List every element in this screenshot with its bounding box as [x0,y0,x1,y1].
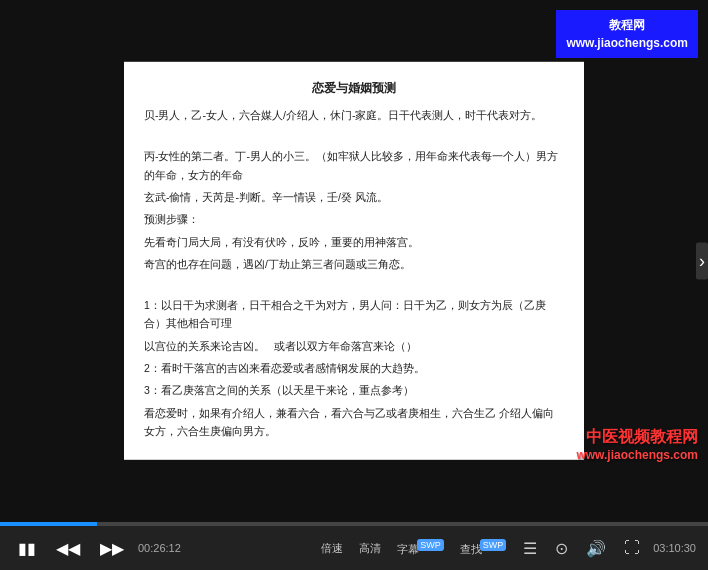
doc-para-11: 看恋爱时，如果有介绍人，兼看六合，看六合与乙或者庚相生，六合生乙 介绍人偏向女方… [144,403,564,440]
document-display: 恋爱与婚姻预测 贝-男人，乙-女人，六合媒人/介绍人，休门-家庭。日干代表测人，… [124,62,584,460]
settings-icon[interactable]: ⊙ [550,537,573,560]
watermark-bottom-line1: 中医视频教程网 [576,427,698,448]
doc-para-4: 预测步骤： [144,210,564,228]
doc-para-10: 3：看乙庚落宫之间的关系（以天星干来论，重点参考） [144,381,564,399]
total-time-display: 03:10:30 [653,542,696,554]
play-pause-button[interactable]: ▮▮ [12,535,42,562]
progress-bar[interactable] [0,522,708,526]
playlist-icon[interactable]: ☰ [518,537,542,560]
watermark-top-line2: www.jiaochengs.com [566,34,688,52]
doc-para-8: 以宫位的关系来论吉凶。 或者以双方年命落宫来论（） [144,336,564,354]
doc-para-9: 2：看时干落宫的吉凶来看恋爱或者感情钢发展的大趋势。 [144,359,564,377]
doc-para-6: 奇宫的也存在问题，遇凶/丁劫止第三者问题或三角恋。 [144,255,564,273]
next-chapter-button[interactable]: › [696,243,708,280]
speed-button[interactable]: 倍速 [317,539,347,558]
doc-para-3: 玄武-偷情，天芮是-判断。辛一情误，壬/癸 风流。 [144,188,564,206]
volume-icon[interactable]: 🔊 [581,537,611,560]
subtitle-button[interactable]: 字幕SWP [393,538,448,559]
video-area: 恋爱与婚姻预测 贝-男人，乙-女人，六合媒人/介绍人，休门-家庭。日干代表测人，… [0,0,708,522]
video-player: 恋爱与婚姻预测 贝-男人，乙-女人，六合媒人/介绍人，休门-家庭。日干代表测人，… [0,0,708,570]
search-swp-badge: SWP [480,539,507,551]
doc-para-1: 贝-男人，乙-女人，六合媒人/介绍人，休门-家庭。日干代表测人，时干代表对方。 [144,106,564,124]
controls-bar: ▮▮ ◀◀ ▶▶ 00:26:12 倍速 高清 字幕SWP 查找SWP ☰ ⊙ … [0,526,708,570]
prev-button[interactable]: ◀◀ [50,535,86,562]
doc-body: 贝-男人，乙-女人，六合媒人/介绍人，休门-家庭。日干代表测人，时干代表对方。 … [144,106,564,440]
doc-para-7: 1：以日干为求测者，日干相合之干为对方，男人问：日干为乙，则女方为辰（乙庚合）其… [144,296,564,333]
doc-para-5: 先看奇门局大局，有没有伏吟，反吟，重要的用神落宫。 [144,232,564,250]
doc-para-2: 丙-女性的第二者。丁-男人的小三。（如牢狱人比较多，用年命来代表每一个人）男方的… [144,147,564,184]
subtitle-swp-badge: SWP [417,539,444,551]
quality-button[interactable]: 高清 [355,539,385,558]
fullscreen-icon[interactable]: ⛶ [619,537,645,559]
watermark-top-line1: 教程网 [566,16,688,34]
watermark-top: 教程网 www.jiaochengs.com [556,10,698,58]
progress-fill [0,522,97,526]
time-display: 00:26:12 [138,542,181,554]
next-button[interactable]: ▶▶ [94,535,130,562]
watermark-bottom: 中医视频教程网 www.jiaochengs.com [576,427,698,462]
doc-title: 恋爱与婚姻预测 [144,78,564,98]
search-button[interactable]: 查找SWP [456,538,511,559]
watermark-bottom-line2: www.jiaochengs.com [576,448,698,462]
